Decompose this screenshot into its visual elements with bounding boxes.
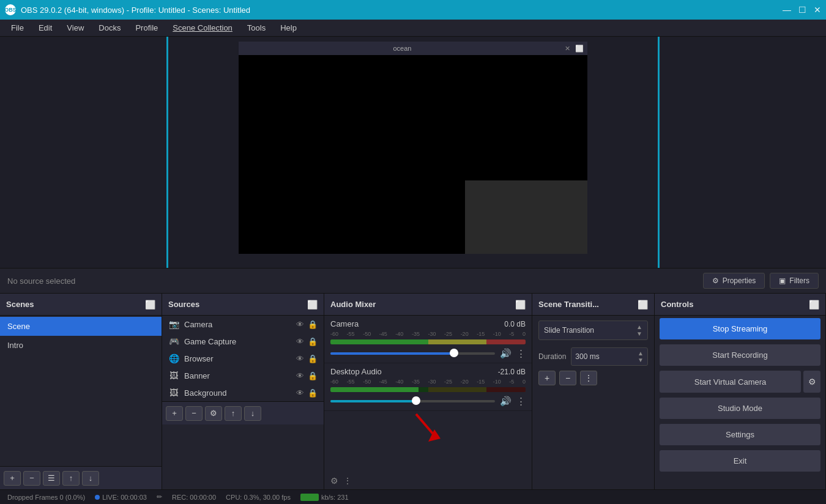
audio-slider-camera[interactable] xyxy=(330,352,495,355)
pencil-status-icon: ✏ xyxy=(157,493,162,501)
menu-file[interactable]: File xyxy=(5,21,30,34)
scenes-title: Scenes xyxy=(6,300,34,309)
audio-slider-desktop[interactable] xyxy=(330,400,495,402)
audio-mute-camera[interactable]: 🔊 xyxy=(500,348,512,359)
sources-expand-icon[interactable]: ⬜ xyxy=(307,300,318,309)
preview-area: ocean ✕ ⬜ xyxy=(0,37,826,268)
exit-button[interactable]: Exit xyxy=(660,450,820,472)
audio-meter-mask-desktop xyxy=(419,387,526,392)
virtual-camera-row: Start Virtual Camera ⚙ xyxy=(660,371,820,393)
preview-canvas[interactable] xyxy=(239,55,587,254)
titlebar-controls[interactable]: — ☐ ✕ xyxy=(783,5,821,15)
virtual-camera-gear-button[interactable]: ⚙ xyxy=(803,371,820,393)
camera-visibility-icon[interactable]: 👁 xyxy=(296,320,304,329)
source-item-background[interactable]: 🖼 Background 👁 🔒 xyxy=(162,384,324,401)
add-transition-button[interactable]: + xyxy=(538,371,556,385)
add-source-button[interactable]: + xyxy=(166,406,183,421)
controls-panel: Controls ⬜ Stop Streaming Start Recordin… xyxy=(655,294,826,489)
minimize-button[interactable]: — xyxy=(783,5,791,15)
controls-expand-icon[interactable]: ⬜ xyxy=(809,300,819,309)
maximize-button[interactable]: ☐ xyxy=(798,5,806,15)
game-capture-source-controls: 👁 🔒 xyxy=(296,337,318,346)
move-scene-up-button[interactable]: ↑ xyxy=(62,471,80,486)
menu-edit[interactable]: Edit xyxy=(32,21,58,34)
stop-streaming-button[interactable]: Stop Streaming xyxy=(660,318,820,339)
titlebar: OBS OBS 29.0.2 (64-bit, windows) - Profi… xyxy=(0,0,826,20)
live-dot xyxy=(95,495,100,500)
preview-title-text: ocean xyxy=(242,45,562,52)
menu-help[interactable]: Help xyxy=(274,21,303,34)
game-capture-visibility-icon[interactable]: 👁 xyxy=(296,337,304,346)
audio-slider-thumb-camera[interactable] xyxy=(450,349,458,357)
duration-input[interactable]: 300 ms ▲ ▼ xyxy=(571,347,648,366)
transitions-expand-icon[interactable]: ⬜ xyxy=(638,300,648,309)
transitions-panel: Scene Transiti... ⬜ Slide Transition ▲ ▼… xyxy=(532,294,655,489)
source-item-game-capture[interactable]: 🎮 Game Capture 👁 🔒 xyxy=(162,333,324,350)
move-scene-down-button[interactable]: ↓ xyxy=(82,471,99,486)
transition-select[interactable]: Slide Transition ▲ ▼ xyxy=(538,321,648,340)
banner-visibility-icon[interactable]: 👁 xyxy=(296,371,304,380)
scene-item-scene[interactable]: Scene xyxy=(0,317,162,336)
audio-slider-thumb-desktop[interactable] xyxy=(412,396,420,405)
source-item-banner[interactable]: 🖼 Banner 👁 🔒 xyxy=(162,367,324,384)
browser-lock-icon[interactable]: 🔒 xyxy=(308,354,318,363)
menu-docks[interactable]: Docks xyxy=(92,21,127,34)
preview-close-icon[interactable]: ✕ xyxy=(565,45,570,53)
scenes-expand-icon[interactable]: ⬜ xyxy=(145,300,155,309)
audio-scale-desktop: -60-55-50-45-40-35-30-25-20-15-10-50 xyxy=(330,379,526,385)
dropped-frames-text: Dropped Frames 0 (0.0%) xyxy=(7,494,85,501)
close-button[interactable]: ✕ xyxy=(814,5,821,15)
menu-tools[interactable]: Tools xyxy=(241,21,272,34)
banner-source-icon: 🖼 xyxy=(168,371,179,380)
move-source-up-button[interactable]: ↑ xyxy=(225,406,242,421)
scene-item-intro[interactable]: Intro xyxy=(0,336,162,355)
audio-expand-icon[interactable]: ⬜ xyxy=(515,300,526,309)
audio-settings-icon[interactable]: ⚙ xyxy=(330,476,338,486)
settings-button[interactable]: Settings xyxy=(660,424,820,445)
remove-transition-button[interactable]: − xyxy=(559,371,576,385)
filter-scene-button[interactable]: ☰ xyxy=(43,471,60,486)
statusbar: Dropped Frames 0 (0.0%) LIVE: 00:00:03 ✏… xyxy=(0,489,826,504)
start-recording-button[interactable]: Start Recording xyxy=(660,344,820,366)
audio-channel-camera-db: 0.0 dB xyxy=(504,320,526,328)
browser-visibility-icon[interactable]: 👁 xyxy=(296,354,304,363)
source-item-browser[interactable]: 🌐 Browser 👁 🔒 xyxy=(162,350,324,367)
background-visibility-icon[interactable]: 👁 xyxy=(296,388,304,398)
banner-lock-icon[interactable]: 🔒 xyxy=(308,371,318,380)
menu-profile[interactable]: Profile xyxy=(129,21,164,34)
audio-channel-camera: Camera 0.0 dB -60-55-50-45-40-35-30-25-2… xyxy=(324,316,532,363)
duration-label: Duration xyxy=(538,352,566,361)
add-scene-button[interactable]: + xyxy=(4,471,21,486)
main-area: ocean ✕ ⬜ No source selected ⚙ Propertie… xyxy=(0,37,826,504)
start-virtual-camera-button[interactable]: Start Virtual Camera xyxy=(660,371,801,393)
sources-title: Sources xyxy=(168,300,199,309)
camera-lock-icon[interactable]: 🔒 xyxy=(308,320,318,329)
transitions-panel-header: Scene Transiti... ⬜ xyxy=(532,294,654,316)
game-capture-lock-icon[interactable]: 🔒 xyxy=(308,337,318,346)
remove-source-button[interactable]: − xyxy=(185,406,203,421)
filters-button[interactable]: ▣ Filters xyxy=(770,273,819,289)
live-text: LIVE: 00:00:03 xyxy=(102,494,147,501)
scenes-panel: Scenes ⬜ Scene Intro + − ☰ ↑ ↓ xyxy=(0,294,162,489)
audio-more-camera[interactable]: ⋮ xyxy=(516,348,526,359)
menu-view[interactable]: View xyxy=(61,21,90,34)
audio-mute-desktop[interactable]: 🔊 xyxy=(500,396,512,407)
properties-button[interactable]: ⚙ Properties xyxy=(703,273,765,289)
scenes-panel-header: Scenes ⬜ xyxy=(0,294,162,316)
background-lock-icon[interactable]: 🔒 xyxy=(308,388,318,398)
source-item-camera[interactable]: 📷 Camera 👁 🔒 xyxy=(162,316,324,333)
more-transitions-button[interactable]: ⋮ xyxy=(580,371,597,385)
sources-toolbar: + − ⚙ ↑ ↓ xyxy=(162,401,324,424)
meter-green-camera xyxy=(330,339,428,344)
audio-more-icon[interactable]: ⋮ xyxy=(343,476,352,486)
remove-scene-button[interactable]: − xyxy=(23,471,40,486)
preview-expand-icon[interactable]: ⬜ xyxy=(575,45,584,53)
source-settings-button[interactable]: ⚙ xyxy=(205,406,222,421)
menu-scene-collection[interactable]: Scene Collection xyxy=(166,21,239,34)
move-source-down-button[interactable]: ↓ xyxy=(244,406,261,421)
audio-more-desktop[interactable]: ⋮ xyxy=(516,396,526,407)
game-capture-source-icon: 🎮 xyxy=(168,336,179,346)
gear-icon: ⚙ xyxy=(712,276,719,285)
studio-mode-button[interactable]: Studio Mode xyxy=(660,398,820,419)
kbps-bar xyxy=(300,494,319,501)
